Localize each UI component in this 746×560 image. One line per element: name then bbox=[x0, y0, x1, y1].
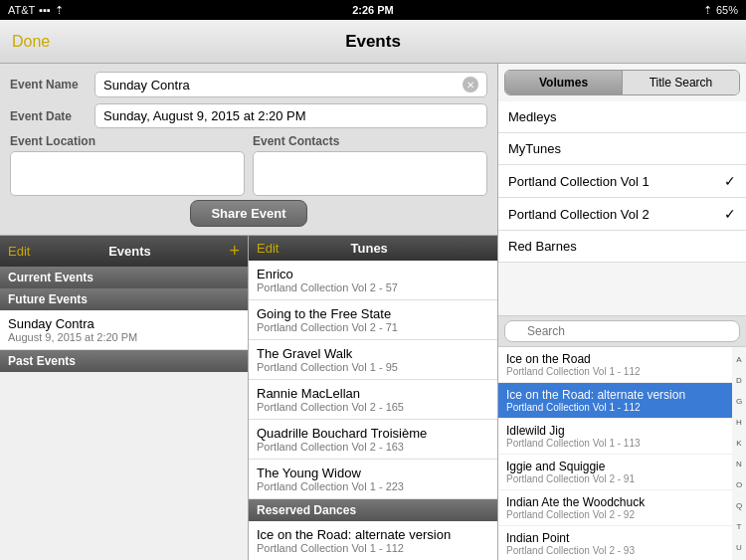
volume-item[interactable]: Portland Collection Vol 1✓ bbox=[498, 165, 746, 198]
tune-sub: Portland Collection Vol 2 - 165 bbox=[257, 401, 489, 413]
alpha-index-letter[interactable]: A bbox=[736, 355, 741, 364]
tune-result-item[interactable]: Indian Ate the WoodchuckPortland Collect… bbox=[498, 490, 732, 526]
events-edit-button[interactable]: Edit bbox=[8, 244, 30, 259]
tune-result-title: Iggie and Squiggie bbox=[506, 460, 724, 473]
nav-bar-title: Events bbox=[345, 32, 401, 52]
tune-sub: Portland Collection Vol 2 - 163 bbox=[257, 441, 489, 453]
tune-result-title: Idlewild Jig bbox=[506, 424, 724, 438]
alpha-index-letter[interactable]: O bbox=[736, 480, 742, 489]
tune-list-item[interactable]: The Young WidowPortland Collection Vol 1… bbox=[249, 460, 497, 499]
wifi-icon: ⇡ bbox=[55, 4, 64, 17]
tunes-edit-button[interactable]: Edit bbox=[257, 241, 279, 256]
title-search-tab[interactable]: Title Search bbox=[623, 71, 739, 94]
tune-results[interactable]: Ice on the RoadPortland Collection Vol 1… bbox=[498, 347, 732, 561]
tune-result-title: Ice on the Road bbox=[506, 352, 724, 366]
search-input[interactable] bbox=[504, 320, 740, 342]
event-date-row: Event Date Sunday, August 9, 2015 at 2:2… bbox=[10, 103, 487, 128]
bottom-split: Edit Events + Current Events Future Even… bbox=[0, 236, 497, 560]
event-name-row: Event Name Sunday Contra ✕ bbox=[10, 72, 487, 97]
tune-result-title: Ice on the Road: alternate version bbox=[506, 388, 724, 402]
tune-title: Rannie MacLellan bbox=[257, 386, 489, 401]
event-date-value: Sunday, August 9, 2015 at 2:20 PM bbox=[103, 108, 306, 123]
tunes-header: Edit Tunes bbox=[249, 236, 497, 261]
tune-list-item[interactable]: The Gravel WalkPortland Collection Vol 1… bbox=[249, 340, 497, 380]
alpha-index[interactable]: ADGHKNOQTU bbox=[732, 347, 746, 561]
reserved-section: Reserved DancesIce on the Road: alternat… bbox=[249, 499, 497, 560]
done-button[interactable]: Done bbox=[12, 33, 50, 51]
signal-icon: ▪▪▪ bbox=[39, 4, 51, 16]
status-bar: AT&T ▪▪▪ ⇡ 2:26 PM ⇡ 65% bbox=[0, 0, 746, 20]
status-right: ⇡ 65% bbox=[703, 4, 738, 17]
tune-result-sub: Portland Collection Vol 2 - 93 bbox=[506, 545, 724, 556]
volume-item[interactable]: Medleys bbox=[498, 101, 746, 133]
event-name-value: Sunday Contra bbox=[103, 78, 190, 93]
volumes-tab[interactable]: Volumes bbox=[505, 71, 622, 94]
add-event-button[interactable]: + bbox=[229, 241, 240, 262]
alpha-index-letter[interactable]: T bbox=[737, 522, 742, 531]
tunes-column: Edit Tunes EnricoPortland Collection Vol… bbox=[249, 236, 497, 560]
tune-results-wrap: Ice on the RoadPortland Collection Vol 1… bbox=[498, 347, 746, 561]
alpha-index-letter[interactable]: Q bbox=[736, 501, 742, 510]
location-icon: ⇡ bbox=[703, 4, 712, 17]
tune-result-item[interactable]: Indian PointPortland Collection Vol 2 - … bbox=[498, 526, 732, 561]
event-contacts-label: Event Contacts bbox=[253, 134, 487, 148]
volume-item[interactable]: Portland Collection Vol 2✓ bbox=[498, 198, 746, 231]
tune-result-title: Indian Ate the Woodchuck bbox=[506, 495, 724, 509]
event-name-clear-button[interactable]: ✕ bbox=[463, 77, 478, 93]
tune-list-item[interactable]: Quadrille Bouchard TroisièmePortland Col… bbox=[249, 420, 497, 460]
events-scroll[interactable]: Current Events Future Events Sunday Cont… bbox=[0, 267, 248, 560]
tune-title: The Young Widow bbox=[257, 466, 489, 480]
location-col: Event Location bbox=[10, 134, 245, 196]
past-events-header: Past Events bbox=[0, 350, 248, 372]
right-panel: Volumes Title Search MedleysMyTunesPortl… bbox=[497, 64, 746, 560]
tune-result-item[interactable]: Ice on the Road: alternate versionPortla… bbox=[498, 383, 732, 419]
volume-check-icon: ✓ bbox=[724, 206, 736, 222]
volume-check-icon: ✓ bbox=[724, 173, 736, 189]
alpha-index-letter[interactable]: K bbox=[736, 439, 741, 448]
event-location-input[interactable] bbox=[10, 151, 245, 196]
tunes-col-title: Tunes bbox=[351, 241, 388, 256]
reserved-tune-item[interactable]: Ice on the Road: alternate versionPortla… bbox=[249, 521, 497, 560]
volume-list[interactable]: MedleysMyTunesPortland Collection Vol 1✓… bbox=[498, 101, 746, 315]
alpha-index-letter[interactable]: D bbox=[736, 376, 742, 385]
list-item[interactable]: Sunday Contra August 9, 2015 at 2:20 PM bbox=[0, 310, 248, 350]
carrier-label: AT&T bbox=[8, 4, 35, 16]
current-events-header: Current Events bbox=[0, 267, 248, 288]
tune-title: Going to the Free State bbox=[257, 306, 489, 321]
tune-list-item[interactable]: EnricoPortland Collection Vol 2 - 57 bbox=[249, 261, 497, 300]
tune-title: Quadrille Bouchard Troisième bbox=[257, 426, 489, 441]
volume-name: Medleys bbox=[508, 109, 556, 124]
tune-result-item[interactable]: Ice on the RoadPortland Collection Vol 1… bbox=[498, 347, 732, 383]
event-date-label: Event Date bbox=[10, 109, 94, 123]
tune-result-title: Indian Point bbox=[506, 531, 724, 545]
tunes-scroll[interactable]: EnricoPortland Collection Vol 2 - 57Goin… bbox=[249, 261, 497, 560]
tune-result-sub: Portland Collection Vol 1 - 112 bbox=[506, 402, 724, 413]
events-col-title: Events bbox=[108, 244, 151, 259]
tunes-items-container: EnricoPortland Collection Vol 2 - 57Goin… bbox=[249, 261, 497, 499]
event-date-input[interactable]: Sunday, August 9, 2015 at 2:20 PM bbox=[94, 103, 487, 128]
event-name-input[interactable]: Sunday Contra ✕ bbox=[94, 72, 487, 97]
tune-list-item[interactable]: Rannie MacLellanPortland Collection Vol … bbox=[249, 380, 497, 420]
volume-name: MyTunes bbox=[508, 141, 561, 156]
share-event-button[interactable]: Share Event bbox=[190, 200, 306, 227]
share-btn-row: Share Event bbox=[10, 200, 487, 227]
status-left: AT&T ▪▪▪ ⇡ bbox=[8, 4, 64, 17]
tune-title: Enrico bbox=[257, 267, 489, 281]
alpha-index-letter[interactable]: U bbox=[736, 543, 742, 552]
volume-item[interactable]: Red Barnes bbox=[498, 231, 746, 263]
tune-result-item[interactable]: Iggie and SquiggiePortland Collection Vo… bbox=[498, 455, 732, 490]
volume-item[interactable]: MyTunes bbox=[498, 133, 746, 165]
contacts-col: Event Contacts bbox=[253, 134, 487, 196]
event-contacts-input[interactable] bbox=[253, 151, 487, 196]
tune-result-item[interactable]: Idlewild JigPortland Collection Vol 1 - … bbox=[498, 419, 732, 455]
alpha-index-letter[interactable]: N bbox=[736, 460, 742, 468]
tune-sub: Portland Collection Vol 1 - 223 bbox=[257, 480, 489, 492]
reserved-tune-title: Ice on the Road: alternate version bbox=[257, 527, 489, 542]
tune-list-item[interactable]: Going to the Free StatePortland Collecti… bbox=[249, 300, 497, 340]
reserved-tune-sub: Portland Collection Vol 1 - 112 bbox=[257, 542, 489, 554]
alpha-index-letter[interactable]: H bbox=[736, 418, 742, 427]
segmented-control[interactable]: Volumes Title Search bbox=[504, 70, 740, 95]
tune-result-sub: Portland Collection Vol 1 - 112 bbox=[506, 366, 724, 377]
event-item-title: Sunday Contra bbox=[8, 316, 240, 331]
alpha-index-letter[interactable]: G bbox=[736, 397, 742, 406]
